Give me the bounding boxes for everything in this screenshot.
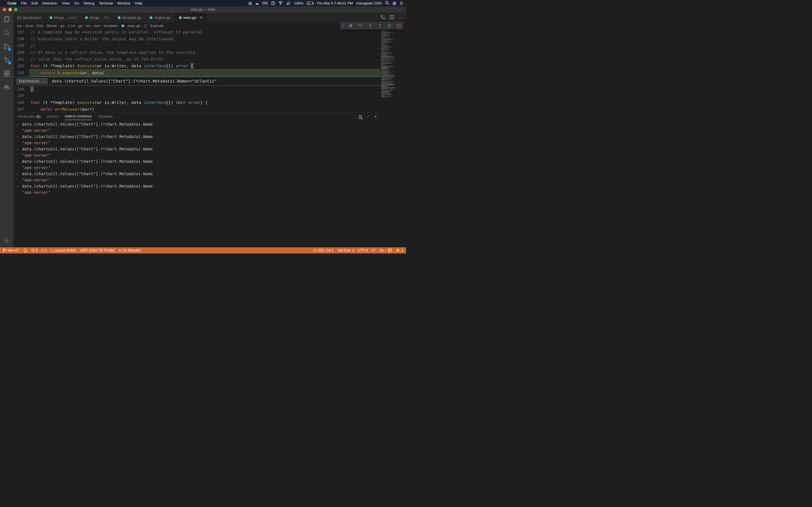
breakpoint-icon[interactable]: 203	[13, 69, 24, 76]
macos-menubar: Code File Edit Selection View Go Debug T…	[0, 0, 406, 6]
menu-selection[interactable]: Selection	[42, 1, 57, 5]
menu-help[interactable]: Help	[135, 1, 142, 5]
siri-icon[interactable]	[393, 1, 396, 5]
close-panel-icon[interactable]: ✕	[374, 115, 377, 120]
svg-rect-20	[7, 87, 8, 88]
step-into-button[interactable]	[368, 23, 373, 28]
tab-exec[interactable]: ⬢exec.go✕	[175, 13, 207, 22]
eol-status[interactable]: LF	[371, 248, 375, 252]
svg-point-24	[384, 18, 385, 19]
app-name[interactable]: Code	[7, 1, 17, 5]
activity-bar: 1 1	[0, 13, 13, 247]
continue-button[interactable]	[349, 23, 354, 28]
glasses-icon[interactable]: ʘʘ	[262, 1, 268, 5]
menu-window[interactable]: Window	[117, 1, 130, 5]
language-status[interactable]: Go	[379, 248, 384, 252]
svg-point-42	[6, 250, 6, 251]
svg-rect-16	[4, 74, 6, 76]
menu-go[interactable]: Go	[74, 1, 79, 5]
notifications-status[interactable]: 🔔1	[396, 248, 403, 252]
indent-status[interactable]: Tab Size: 4	[338, 248, 354, 252]
debug-icon[interactable]: 1	[3, 56, 11, 64]
step-over-button[interactable]	[358, 23, 363, 28]
volume-icon[interactable]: 🔊	[286, 1, 291, 5]
output-tab[interactable]: OUTPUT	[47, 115, 59, 120]
clear-console-icon[interactable]	[358, 115, 363, 120]
svg-point-0	[280, 4, 281, 4]
line-gutter: 197 198 199 200 201 202 203	[13, 29, 29, 76]
code-editor[interactable]: // A template may be executed safely in …	[29, 29, 380, 76]
stop-button[interactable]	[396, 23, 402, 28]
encoding-status[interactable]: UTF-8	[358, 248, 368, 252]
menu-debug[interactable]: Debug	[84, 1, 94, 5]
debug-toolbar[interactable]: ⠿	[340, 22, 404, 30]
svg-point-29	[360, 27, 361, 27]
spotlight-icon[interactable]	[385, 1, 389, 6]
debug-console-tab[interactable]: DEBUG CONSOLE	[65, 115, 92, 120]
tab-template[interactable]: ⬢template.go	[114, 13, 146, 22]
status-bar: dev-v2* ⓧ0 ⚠1 ▷ Launch (helm) GIST [OSS …	[0, 247, 406, 253]
debug-console[interactable]: →data.(chartutil.Values)["Chart"].(*char…	[13, 120, 380, 194]
battery-icon[interactable]: ⚡	[307, 2, 313, 5]
svg-point-1	[386, 1, 388, 4]
more-icon[interactable]: ⋯	[398, 15, 402, 20]
svg-marker-28	[350, 24, 353, 27]
svg-point-22	[6, 240, 8, 241]
window-minimize[interactable]	[8, 8, 12, 11]
menu-edit[interactable]: Edit	[31, 1, 38, 5]
launch-status[interactable]: ▷ Launch (helm)	[51, 248, 76, 252]
split-icon[interactable]	[389, 15, 395, 20]
terminal-tab[interactable]: TERMINAL	[98, 115, 113, 120]
settings-icon[interactable]	[3, 237, 11, 244]
menu-view[interactable]: View	[62, 1, 70, 5]
explorer-icon[interactable]	[3, 15, 11, 23]
tab-launch-json[interactable]: { }launch.json	[13, 13, 45, 22]
svg-line-6	[8, 34, 10, 36]
search-icon[interactable]	[3, 29, 11, 37]
svg-point-41	[3, 251, 4, 252]
tab-lint-helm[interactable]: ⬢lint.go.../helm	[45, 13, 81, 22]
feedback-icon[interactable]	[388, 248, 392, 252]
svg-line-13	[6, 57, 6, 58]
cloud-icon[interactable]: ☁	[255, 1, 259, 5]
collapse-panel-icon[interactable]: ⌃	[367, 115, 370, 120]
cursor-position[interactable]: Ln 203, Col 1	[313, 248, 334, 252]
s-icon[interactable]: S	[271, 1, 275, 5]
compare-icon[interactable]	[380, 15, 386, 20]
branch-status[interactable]: dev-v2*	[3, 248, 19, 252]
scm-icon[interactable]: 1	[3, 43, 11, 50]
svg-point-40	[3, 249, 4, 250]
expression-type-select[interactable]: Expression ⌄	[16, 78, 48, 84]
tray-icon[interactable]: ▤	[248, 1, 252, 5]
svg-rect-15	[7, 71, 9, 73]
svg-rect-18	[4, 87, 6, 88]
notification-center-icon[interactable]: ☰	[400, 1, 403, 5]
editor-tabs: { }launch.json ⬢lint.go.../helm ⬢lint.go…	[13, 13, 406, 22]
restart-button[interactable]	[387, 23, 392, 28]
gist-status[interactable]: GIST [OSS TW Profile]	[80, 248, 114, 252]
window-titlebar: exec.go — helm	[0, 6, 406, 13]
sync-status[interactable]	[23, 248, 28, 252]
step-out-button[interactable]	[377, 23, 382, 28]
tab-engine[interactable]: ⬢engine.go	[146, 13, 174, 22]
minimap[interactable]: ████████████████████████████████████████…	[380, 29, 406, 247]
window-maximize[interactable]	[14, 8, 17, 11]
grip-icon[interactable]: ⠿	[342, 24, 344, 27]
window-close[interactable]	[3, 8, 6, 11]
problems-status[interactable]: ⓧ0 ⚠1	[31, 248, 47, 253]
gomod-status[interactable]: ⟲ Go Modules	[118, 248, 141, 252]
problems-tab[interactable]: PROBLEMS1	[17, 115, 41, 120]
tab-lint-lint[interactable]: ⬢lint.go.../lint	[81, 13, 113, 22]
close-icon[interactable]: ✕	[200, 15, 203, 20]
wifi-icon[interactable]	[278, 1, 283, 5]
expression-bar: Expression ⌄ data.(chartutil.Values)["Ch…	[13, 76, 380, 86]
menu-terminal[interactable]: Terminal	[99, 1, 113, 5]
svg-point-7	[4, 44, 6, 45]
extensions-icon[interactable]	[3, 69, 11, 77]
menu-file[interactable]: File	[21, 1, 27, 5]
docker-icon[interactable]	[3, 83, 11, 91]
expression-input[interactable]: data.(chartutil.Values)["Chart"].(*chart…	[52, 79, 216, 83]
battery-percent: 100%	[294, 1, 303, 5]
datetime[interactable]: Thu Mar 5 7:49:01 PM	[316, 1, 353, 5]
user-name[interactable]: Karuppiah OSS	[356, 1, 382, 5]
